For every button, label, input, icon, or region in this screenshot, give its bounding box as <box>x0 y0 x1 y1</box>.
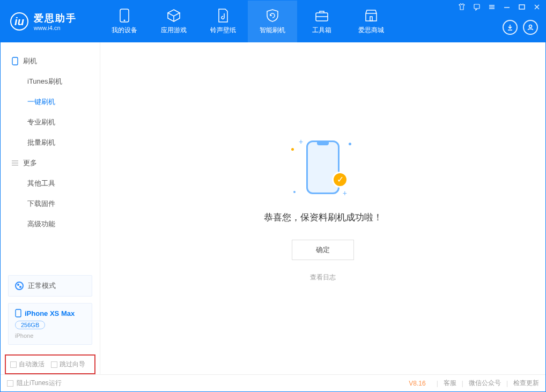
window-controls-top <box>455 2 543 12</box>
statusbar-links: V8.16 | 客服 | 微信公众号 | 检查更新 <box>409 379 539 388</box>
device-card[interactable]: iPhone XS Max 256GB iPhone <box>8 303 92 345</box>
sidebar-item-batch-flash[interactable]: 批量刷机 <box>1 132 100 153</box>
svg-point-13 <box>529 25 532 28</box>
nav-label: 我的设备 <box>112 26 137 35</box>
maximize-button[interactable] <box>515 2 528 12</box>
checkbox-box-icon <box>7 380 13 387</box>
checkbox-label: 自动激活 <box>19 360 45 369</box>
link-check-update[interactable]: 检查更新 <box>513 379 539 388</box>
nav-toolbox[interactable]: 工具箱 <box>297 1 346 42</box>
device-phone-icon <box>15 309 21 317</box>
highlighted-options: 自动激活 跳过向导 <box>5 354 95 374</box>
shield-refresh-icon <box>265 9 279 23</box>
logo-text: 爱思助手 www.i4.cn <box>34 12 77 31</box>
nav-label: 爱思商城 <box>358 26 384 35</box>
phone-icon <box>117 9 131 23</box>
logo-area: iu 爱思助手 www.i4.cn <box>1 1 100 42</box>
device-type: iPhone <box>15 332 85 339</box>
feedback-icon[interactable] <box>470 2 483 12</box>
nav-ringtones-wallpapers[interactable]: 铃声壁纸 <box>198 1 248 42</box>
separator: | <box>506 380 508 387</box>
sidebar-item-download-firmware[interactable]: 下载固件 <box>1 194 100 214</box>
device-name-row: iPhone XS Max <box>15 309 85 317</box>
sidebar-group-more: 更多 <box>1 153 100 173</box>
version-text: V8.16 <box>409 380 425 387</box>
success-message: 恭喜您，保资料刷机成功啦！ <box>264 211 382 224</box>
device-capacity: 256GB <box>15 321 45 329</box>
sidebar-item-pro-flash[interactable]: 专业刷机 <box>1 112 100 132</box>
checkbox-label: 跳过向导 <box>60 360 85 369</box>
header: iu 爱思助手 www.i4.cn 我的设备 应用游戏 铃声壁纸 智能刷机 <box>1 1 545 42</box>
app-url: www.i4.cn <box>34 25 77 31</box>
check-badge-icon: ✓ <box>332 172 348 188</box>
link-support[interactable]: 客服 <box>444 379 456 388</box>
confirm-button[interactable]: 确定 <box>292 240 354 260</box>
sparkle-dot-icon <box>291 148 294 151</box>
svg-rect-10 <box>519 5 525 9</box>
sidebar-item-itunes-flash[interactable]: iTunes刷机 <box>1 71 100 92</box>
checkbox-block-itunes[interactable]: 阻止iTunes运行 <box>7 379 62 388</box>
group-title-text: 刷机 <box>23 56 37 66</box>
svg-rect-14 <box>12 57 18 65</box>
group-title-text: 更多 <box>23 158 37 168</box>
logo-icon: iu <box>10 12 28 31</box>
nav-label: 应用游戏 <box>161 26 187 35</box>
separator: | <box>462 380 463 387</box>
sparkle-plus-icon: + <box>343 189 347 197</box>
svg-rect-4 <box>370 17 372 21</box>
user-icon[interactable] <box>523 20 538 35</box>
checkbox-label: 阻止iTunes运行 <box>17 379 62 388</box>
success-illustration: + ✓ + <box>288 135 358 199</box>
mode-icon <box>15 282 24 290</box>
mode-card[interactable]: 正常模式 <box>8 275 92 297</box>
sparkle-dot-icon <box>293 191 296 193</box>
app-window: iu 爱思助手 www.i4.cn 我的设备 应用游戏 铃声壁纸 智能刷机 <box>0 0 546 392</box>
body: 刷机 iTunes刷机 一键刷机 专业刷机 批量刷机 更多 其他工具 下载固件 … <box>1 42 545 374</box>
cube-icon <box>167 9 181 23</box>
music-file-icon <box>216 9 230 23</box>
phone-outline-icon <box>11 57 19 65</box>
nav-label: 智能刷机 <box>260 26 285 35</box>
more-lines-icon <box>11 159 19 167</box>
sidebar-group-flash: 刷机 <box>1 51 100 71</box>
link-wechat[interactable]: 微信公众号 <box>469 379 501 388</box>
sparkle-plus-icon: + <box>299 137 303 146</box>
view-log-link[interactable]: 查看日志 <box>310 273 336 282</box>
nav-store[interactable]: 爱思商城 <box>346 1 396 42</box>
header-right-actions <box>503 20 538 35</box>
svg-rect-18 <box>16 309 21 317</box>
checkbox-box-icon <box>51 361 57 368</box>
main-content: + ✓ + 恭喜您，保资料刷机成功啦！ 确定 查看日志 <box>100 42 545 374</box>
menu-icon[interactable] <box>485 2 498 12</box>
nav-my-device[interactable]: 我的设备 <box>100 1 149 42</box>
separator: | <box>437 380 438 387</box>
download-icon[interactable] <box>503 20 518 35</box>
checkbox-skip-guide[interactable]: 跳过向导 <box>51 360 85 369</box>
sidebar-item-other-tools[interactable]: 其他工具 <box>1 173 100 194</box>
minimize-button[interactable] <box>500 2 513 12</box>
briefcase-icon <box>315 9 329 23</box>
sidebar: 刷机 iTunes刷机 一键刷机 专业刷机 批量刷机 更多 其他工具 下载固件 … <box>1 42 100 374</box>
nav-bar: 我的设备 应用游戏 铃声壁纸 智能刷机 工具箱 爱思商城 <box>100 1 396 42</box>
mode-label: 正常模式 <box>28 281 56 291</box>
statusbar: 阻止iTunes运行 V8.16 | 客服 | 微信公众号 | 检查更新 <box>1 374 545 391</box>
svg-rect-5 <box>474 4 479 9</box>
svg-point-1 <box>124 19 126 21</box>
close-button[interactable] <box>530 2 543 12</box>
sparkle-dot-icon <box>349 143 351 145</box>
checkbox-box-icon <box>10 361 17 368</box>
nav-label: 铃声壁纸 <box>210 26 236 35</box>
store-icon <box>364 9 378 23</box>
sidebar-item-advanced[interactable]: 高级功能 <box>1 214 100 234</box>
shirt-icon[interactable] <box>455 2 468 12</box>
checkbox-auto-activate[interactable]: 自动激活 <box>10 360 45 369</box>
nav-apps-games[interactable]: 应用游戏 <box>149 1 198 42</box>
sidebar-item-onekey-flash[interactable]: 一键刷机 <box>1 92 100 112</box>
device-name: iPhone XS Max <box>25 309 75 317</box>
nav-smart-flash[interactable]: 智能刷机 <box>248 1 297 42</box>
nav-label: 工具箱 <box>312 26 331 35</box>
app-name: 爱思助手 <box>34 12 77 25</box>
